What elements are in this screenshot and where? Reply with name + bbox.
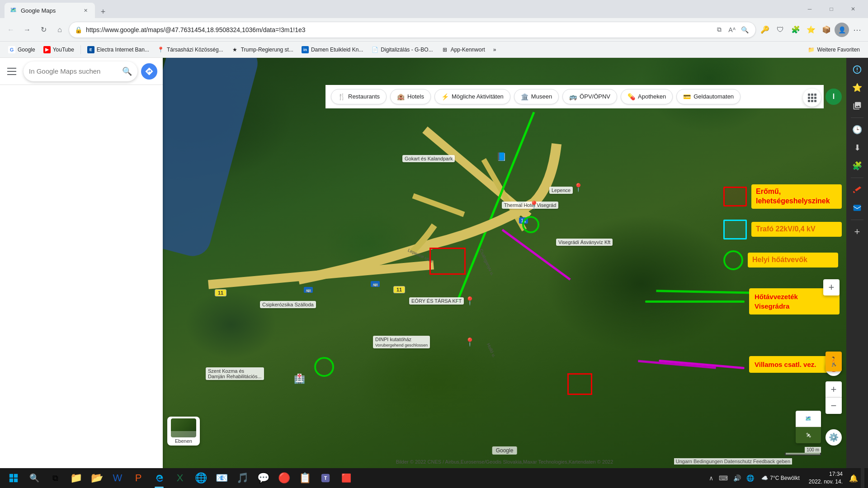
search-input[interactable] — [29, 67, 118, 75]
collections-icon[interactable]: 📦 — [819, 23, 834, 37]
notification-bell[interactable]: 🔔 — [848, 470, 859, 486]
edge-extensions-button[interactable]: 🧩 — [849, 158, 865, 174]
main-content: 🔍 — [0, 58, 868, 468]
forward-button[interactable]: → — [20, 23, 34, 37]
taskbar-folder2[interactable]: 📂 — [87, 468, 107, 488]
maximize-button[interactable]: □ — [821, 2, 842, 16]
taskbar-powerpoint[interactable]: P — [128, 468, 148, 488]
refresh-button[interactable]: ↻ — [36, 23, 51, 37]
show-desktop-button[interactable] — [861, 468, 864, 488]
bookmark-damen[interactable]: in Damen Etuikleid Kn... — [298, 43, 367, 56]
doc-favicon: 📄 — [371, 46, 378, 53]
hamburger-menu[interactable] — [5, 64, 20, 79]
taskbar-tasks[interactable]: 📋 — [295, 468, 315, 488]
ebenen-button[interactable]: Ebenen — [167, 417, 200, 446]
taskbar-app-red[interactable]: 🔴 — [274, 468, 294, 488]
settings-button[interactable]: ⚙️ — [826, 429, 842, 446]
taskbar-fileexplorer[interactable]: 📁 — [66, 468, 86, 488]
edge-favorites-button[interactable]: ⭐ — [849, 80, 865, 96]
active-tab[interactable]: 🗺️ Google Maps ✕ — [5, 3, 95, 18]
close-tab-button[interactable]: ✕ — [81, 6, 90, 14]
activities-icon: ⚡ — [441, 93, 449, 100]
bookmark-google[interactable]: G Google — [5, 43, 39, 56]
search-input-wrapper[interactable]: 🔍 — [24, 61, 137, 81]
satellite-button[interactable]: 🛰 — [796, 427, 821, 443]
split-screen-icon[interactable]: ⧉ — [714, 24, 725, 35]
map-area[interactable]: Gokart és Kalandpark Lepence Thermal Hot… — [163, 58, 846, 468]
filter-museen[interactable]: 🏛️ Museen — [514, 89, 559, 104]
favorites-icon[interactable]: ⭐ — [804, 23, 818, 37]
plus-button[interactable]: + — [823, 279, 840, 296]
weather-widget[interactable]: ☁️ 7°C Bewölkt — [758, 475, 803, 481]
title-bar: 🗺️ Google Maps ✕ + ─ □ ✕ — [0, 0, 868, 18]
taskbar-mail[interactable]: 📧 — [212, 468, 231, 488]
more-options-button[interactable]: ⋯ — [850, 23, 864, 37]
taskbar-ie[interactable]: 🌐 — [191, 468, 211, 488]
close-button[interactable]: ✕ — [843, 2, 863, 16]
legend-label-1: Erőmű, lehetségeshelyszinek — [751, 184, 842, 209]
key-icon[interactable]: 🔑 — [758, 23, 772, 37]
address-bar[interactable]: 🔒 https://www.google.at/maps/@47.7631454… — [69, 22, 756, 38]
bookmark-youtube[interactable]: ▶ YouTube — [40, 43, 78, 56]
shield-icon[interactable]: 🛡 — [773, 23, 788, 37]
taskbar-media[interactable]: 🎵 — [232, 468, 252, 488]
edge-add-button[interactable]: + — [849, 224, 865, 240]
filter-apotheken[interactable]: 💊 Apotheken — [621, 89, 673, 104]
profile-button[interactable]: 👤 — [835, 23, 849, 37]
volume-icon[interactable]: 🔊 — [731, 473, 743, 483]
taskbar-clock[interactable]: 17:34 2022. nov. 14. — [805, 470, 846, 486]
bookmark-weiteres[interactable]: 📁 Weitere Favoriten — [804, 43, 863, 56]
extensions-icon[interactable]: 🧩 — [788, 23, 803, 37]
filter-hotels[interactable]: 🏨 Hotels — [390, 89, 431, 104]
taskbar-teams[interactable]: T — [316, 468, 335, 488]
filter-activities[interactable]: ⚡ Mögliche Aktivitäten — [434, 89, 510, 104]
taskbar-taskview[interactable]: ⧉ — [45, 468, 65, 488]
bookmark-app-kennwort[interactable]: ⊞ App-Kennwort — [438, 43, 489, 56]
taskbar-edge[interactable] — [149, 468, 169, 488]
filter-opv[interactable]: 🚌 ÖPV/ÖPNV — [562, 89, 617, 104]
terrain-button[interactable]: 🗺️ — [796, 411, 821, 427]
network-icon[interactable]: 🌐 — [745, 473, 756, 483]
category-filters: 🍴 Restaurants 🏨 Hotels ⚡ Mögliche Aktivi… — [326, 85, 824, 108]
bookmark-more[interactable]: » — [490, 43, 500, 56]
home-button[interactable]: ⌂ — [52, 23, 67, 37]
minimize-button[interactable]: ─ — [799, 2, 820, 16]
drawn-rect-small — [567, 373, 592, 395]
pin-szenk: 🏥 — [294, 373, 305, 384]
search-button[interactable]: 🔍 — [122, 66, 132, 76]
start-button[interactable] — [4, 468, 24, 488]
keyboard-icon[interactable]: ⌨ — [717, 473, 730, 483]
notification-chevron[interactable]: ∧ — [707, 473, 715, 483]
taskbar-app-red2[interactable]: 🟥 — [336, 468, 356, 488]
edge-copilot-button[interactable] — [849, 61, 865, 78]
taskbar-search[interactable]: 🔍 — [24, 468, 44, 488]
back-button[interactable]: ← — [4, 23, 18, 37]
new-tab-button[interactable]: + — [97, 5, 109, 18]
pegman-button[interactable]: 🚶 — [826, 352, 842, 371]
bookmark-tarsashazi[interactable]: 📍 Társasházi Közösség... — [154, 43, 227, 56]
filter-restaurants[interactable]: 🍴 Restaurants — [331, 89, 387, 104]
filter-geld[interactable]: 💳 Geldautomaten — [676, 89, 741, 104]
edge-outlook-button[interactable] — [849, 200, 865, 216]
taskbar-messenger[interactable]: 💬 — [253, 468, 273, 488]
zoom-out-button[interactable]: − — [826, 398, 842, 414]
taskbar-word[interactable]: W — [108, 468, 127, 488]
user-avatar-button[interactable]: I — [826, 89, 842, 105]
edge-office-button[interactable] — [849, 182, 865, 198]
edge-collections-button[interactable] — [849, 98, 865, 114]
bookmark-trump[interactable]: ★ Trump-Regierung st... — [228, 43, 297, 56]
bookmark-label: YouTube — [53, 47, 74, 53]
taskbar-excel[interactable]: X — [170, 468, 190, 488]
legend-label-2: Trafó 22kV/0,4 kV — [751, 222, 842, 237]
edge-downloads-button[interactable]: ⬇ — [849, 140, 865, 156]
search-icon[interactable]: 🔍 — [739, 24, 750, 35]
directions-button[interactable] — [141, 63, 157, 80]
ebenen-label: Ebenen — [175, 438, 192, 444]
read-aloud-icon[interactable]: Aᴬ — [726, 24, 737, 35]
edge-history-button[interactable]: 🕒 — [849, 122, 865, 138]
zoom-in-button[interactable]: + — [826, 381, 842, 398]
bookmark-digitalizalas[interactable]: 📄 Digitalizálás - G-BO... — [368, 43, 436, 56]
bookmark-label: Electra Internet Ban... — [97, 47, 149, 53]
apps-grid-button[interactable] — [803, 89, 821, 107]
bookmark-electra[interactable]: E Electra Internet Ban... — [84, 43, 153, 56]
